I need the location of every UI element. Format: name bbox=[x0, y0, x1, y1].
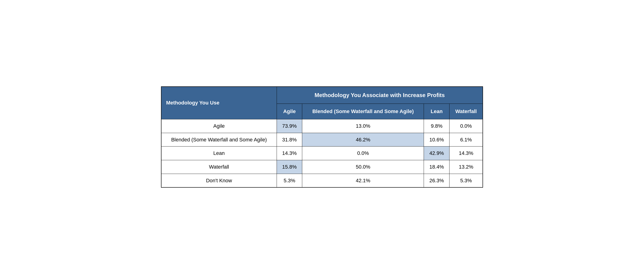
row-label-2: Lean bbox=[161, 146, 277, 160]
table-row: Waterfall15.8%50.0%18.4%13.2% bbox=[161, 160, 483, 174]
cell-r4-c3: 5.3% bbox=[450, 174, 483, 187]
cell-r1-c3: 6.1% bbox=[450, 133, 483, 146]
row-label-0: Agile bbox=[161, 119, 277, 133]
cell-r0-c2: 9.8% bbox=[424, 119, 450, 133]
table-row: Agile73.9%13.0%9.8%0.0% bbox=[161, 119, 483, 133]
row-axis-label: Methodology You Use bbox=[161, 87, 277, 119]
cell-r4-c0: 5.3% bbox=[277, 174, 302, 187]
cell-r1-c1: 46.2% bbox=[302, 133, 424, 146]
cell-r1-c0: 31.8% bbox=[277, 133, 302, 146]
col-header-2: Lean bbox=[424, 104, 450, 119]
cell-r1-c2: 10.6% bbox=[424, 133, 450, 146]
cell-r0-c1: 13.0% bbox=[302, 119, 424, 133]
cell-r2-c1: 0.0% bbox=[302, 146, 424, 160]
cell-r3-c2: 18.4% bbox=[424, 160, 450, 174]
table-row: Blended (Some Waterfall and Some Agile)3… bbox=[161, 133, 483, 146]
cell-r0-c0: 73.9% bbox=[277, 119, 302, 133]
table-row: Lean14.3%0.0%42.9%14.3% bbox=[161, 146, 483, 160]
cell-r2-c3: 14.3% bbox=[450, 146, 483, 160]
table-row: Don't Know5.3%42.1%26.3%5.3% bbox=[161, 174, 483, 187]
table-wrapper: Methodology You Use Methodology You Asso… bbox=[161, 86, 483, 188]
cell-r4-c1: 42.1% bbox=[302, 174, 424, 187]
col-header-3: Waterfall bbox=[450, 104, 483, 119]
row-label-4: Don't Know bbox=[161, 174, 277, 187]
col-header-1: Blended (Some Waterfall and Some Agile) bbox=[302, 104, 424, 119]
cell-r2-c0: 14.3% bbox=[277, 146, 302, 160]
cell-r3-c3: 13.2% bbox=[450, 160, 483, 174]
row-label-3: Waterfall bbox=[161, 160, 277, 174]
table-body: Agile73.9%13.0%9.8%0.0%Blended (Some Wat… bbox=[161, 119, 483, 187]
row-label-1: Blended (Some Waterfall and Some Agile) bbox=[161, 133, 277, 146]
cell-r4-c2: 26.3% bbox=[424, 174, 450, 187]
col-header-0: Agile bbox=[277, 104, 302, 119]
cell-r3-c0: 15.8% bbox=[277, 160, 302, 174]
col-axis-label: Methodology You Associate with Increase … bbox=[277, 87, 483, 104]
cell-r3-c1: 50.0% bbox=[302, 160, 424, 174]
cell-r2-c2: 42.9% bbox=[424, 146, 450, 160]
cell-r0-c3: 0.0% bbox=[450, 119, 483, 133]
cross-tab-table: Methodology You Use Methodology You Asso… bbox=[161, 86, 483, 188]
